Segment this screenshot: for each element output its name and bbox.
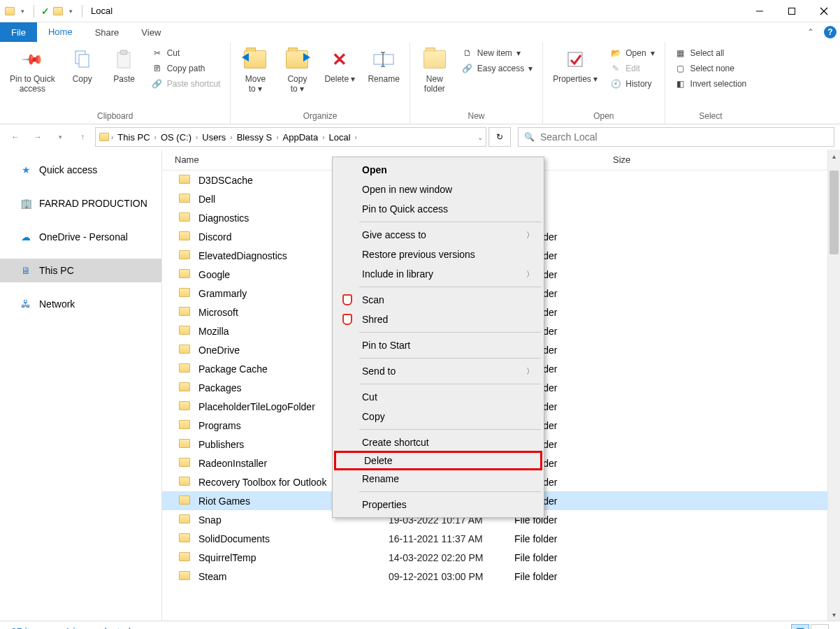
sidebar-this-pc[interactable]: 🖥This PC xyxy=(0,259,161,282)
search-box[interactable]: 🔍 xyxy=(518,127,834,147)
sidebar-farrad[interactable]: 🏢FARRAD PRODUCTION xyxy=(0,191,161,215)
address-dropdown-icon[interactable]: ⌄ xyxy=(477,133,483,141)
sidebar-network[interactable]: 🖧Network xyxy=(0,292,161,316)
scroll-up-icon[interactable]: ▴ xyxy=(828,150,840,162)
cloud-icon: ☁ xyxy=(20,231,32,243)
tab-file[interactable]: File xyxy=(0,22,37,42)
rename-button[interactable]: Rename xyxy=(363,45,403,87)
scroll-down-icon[interactable]: ▾ xyxy=(828,608,840,621)
ribbon-tabs: File Home Share View ⌃ ? xyxy=(0,22,840,42)
ctx-restore-previous[interactable]: Restore previous versions xyxy=(334,245,542,264)
crumb-local[interactable]: Local xyxy=(326,132,353,143)
cut-button[interactable]: ✂Cut xyxy=(147,46,225,60)
crumb-os-c[interactable]: OS (C:) xyxy=(158,132,194,143)
ctx-pin-start[interactable]: Pin to Start xyxy=(334,335,542,355)
ctx-create-shortcut[interactable]: Create shortcut xyxy=(334,433,542,452)
paste-shortcut-icon: 🔗 xyxy=(152,78,163,89)
paste-shortcut-button[interactable]: 🔗Paste shortcut xyxy=(147,77,225,91)
minimize-button[interactable] xyxy=(744,0,776,22)
table-row[interactable]: SquirrelTemp14-03-2022 02:20 PMFile fold… xyxy=(162,548,840,567)
tab-home[interactable]: Home xyxy=(37,22,84,42)
ctx-include-library[interactable]: Include in library〉 xyxy=(334,264,542,284)
view-large-icons-button[interactable]: ▦ xyxy=(811,624,829,630)
help-icon[interactable]: ? xyxy=(820,22,840,42)
crumb-user[interactable]: Blessy S xyxy=(234,132,275,143)
view-details-button[interactable]: ☰ xyxy=(791,624,809,630)
crumb-this-pc[interactable]: This PC xyxy=(115,132,152,143)
group-label-clipboard: Clipboard xyxy=(6,110,224,122)
crumb-users[interactable]: Users xyxy=(199,132,229,143)
sidebar-quick-access[interactable]: ★Quick access xyxy=(0,158,161,182)
ctx-shred[interactable]: Shred xyxy=(334,310,542,329)
ctx-open-new-window[interactable]: Open in new window xyxy=(334,180,542,199)
ctx-pin-quick-access[interactable]: Pin to Quick access xyxy=(334,199,542,219)
refresh-button[interactable]: ↻ xyxy=(488,127,511,147)
history-button[interactable]: 🕘History xyxy=(606,77,658,91)
window-title: Local xyxy=(91,6,113,16)
ctx-send-to[interactable]: Send to〉 xyxy=(334,361,542,381)
sidebar-onedrive[interactable]: ☁OneDrive - Personal xyxy=(0,225,161,249)
nav-back-button[interactable]: ← xyxy=(6,127,25,147)
paste-button[interactable]: Paste xyxy=(106,45,143,87)
copy-to-button[interactable]: Copy to ▾ xyxy=(278,45,316,97)
search-input[interactable] xyxy=(540,131,828,143)
ctx-give-access-to[interactable]: Give access to〉 xyxy=(334,225,542,245)
svg-rect-1 xyxy=(789,8,795,14)
copy-button[interactable]: Copy xyxy=(64,45,101,87)
ctx-rename[interactable]: Rename xyxy=(334,469,542,489)
easy-access-button[interactable]: 🔗Easy access ▾ xyxy=(458,62,537,75)
invert-selection-button[interactable]: ◧Invert selection xyxy=(671,77,751,91)
col-header-size[interactable]: Size xyxy=(613,154,683,165)
table-row[interactable]: Steam09-12-2021 03:00 PMFile folder xyxy=(162,567,840,586)
nav-up-button[interactable]: ↑ xyxy=(73,127,92,147)
select-all-button[interactable]: ▦Select all xyxy=(671,46,751,60)
move-to-button[interactable]: Move to ▾ xyxy=(236,45,274,97)
qat-customize-icon[interactable]: ▾ xyxy=(65,6,76,17)
folder-icon xyxy=(179,194,191,205)
table-row[interactable]: SolidDocuments16-11-2021 11:37 AMFile fo… xyxy=(162,529,840,548)
new-item-icon: 🗋 xyxy=(462,48,473,59)
copy-icon xyxy=(71,48,94,71)
select-none-icon: ▢ xyxy=(675,63,686,74)
ctx-cut[interactable]: Cut xyxy=(334,387,542,407)
properties-button[interactable]: Properties ▾ xyxy=(549,45,602,87)
ribbon-group-clipboard: 📌 Pin to Quick access Copy Paste ✂Cut 🖹C… xyxy=(0,42,231,124)
copy-path-button[interactable]: 🖹Copy path xyxy=(147,62,225,75)
ctx-delete[interactable]: Delete xyxy=(334,451,542,470)
pin-quick-access-button[interactable]: 📌 Pin to Quick access xyxy=(6,45,59,97)
select-none-button[interactable]: ▢Select none xyxy=(671,62,751,75)
status-selected-count: 1 item selected xyxy=(65,626,131,630)
nav-forward-button[interactable]: → xyxy=(28,127,48,147)
qat-newfolder-icon[interactable] xyxy=(52,6,64,17)
qat-dropdown-icon[interactable]: ▾ xyxy=(17,6,28,17)
tab-share[interactable]: Share xyxy=(84,22,131,42)
folder-icon xyxy=(179,363,191,375)
maximize-button[interactable] xyxy=(776,0,808,22)
close-button[interactable] xyxy=(808,0,840,22)
vertical-scrollbar[interactable]: ▴ ▾ xyxy=(827,150,840,621)
tab-view[interactable]: View xyxy=(130,22,172,42)
ctx-copy[interactable]: Copy xyxy=(334,407,542,426)
crumb-appdata[interactable]: AppData xyxy=(280,132,321,143)
folder-icon xyxy=(179,420,191,431)
address-bar[interactable]: › This PC› OS (C:)› Users› Blessy S› App… xyxy=(95,127,486,147)
ctx-open[interactable]: Open xyxy=(334,160,542,180)
scroll-thumb[interactable] xyxy=(830,171,839,254)
ctx-properties[interactable]: Properties xyxy=(334,495,542,514)
delete-button[interactable]: ✕ Delete ▾ xyxy=(320,45,359,87)
folder-icon xyxy=(179,552,191,563)
copy-path-icon: 🖹 xyxy=(152,63,163,74)
network-icon: 🖧 xyxy=(20,298,32,310)
nav-recent-button[interactable]: ▾ xyxy=(50,127,70,147)
file-name: SquirrelTemp xyxy=(198,552,389,563)
ribbon-collapse-icon[interactable]: ⌃ xyxy=(801,22,820,42)
star-icon: ★ xyxy=(20,164,32,176)
new-item-button[interactable]: 🗋New item ▾ xyxy=(458,46,537,60)
ribbon-group-open: Properties ▾ 📂Open ▾ ✎Edit 🕘History Open xyxy=(543,42,665,124)
folder-icon xyxy=(179,439,191,450)
open-button[interactable]: 📂Open ▾ xyxy=(606,46,658,60)
edit-button[interactable]: ✎Edit xyxy=(606,62,658,75)
qat-properties-icon[interactable]: ✓ xyxy=(40,6,51,17)
new-folder-button[interactable]: New folder xyxy=(416,45,454,97)
ctx-scan[interactable]: Scan xyxy=(334,290,542,310)
